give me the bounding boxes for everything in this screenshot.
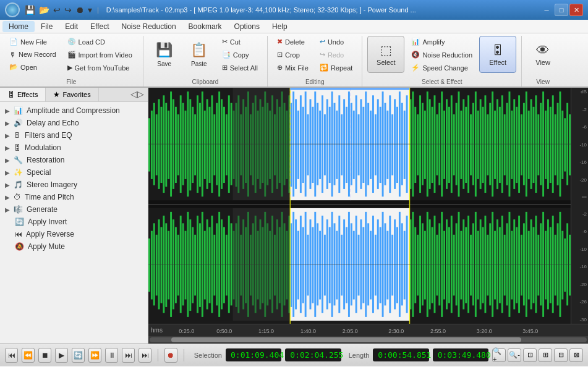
svg-rect-192 (168, 231, 169, 300)
effect-modulation[interactable]: ▶ 🎛 Modulation (0, 141, 148, 154)
record-button[interactable]: ⏺ (164, 348, 177, 363)
zoom-out-v-button[interactable]: ⊟ (554, 348, 568, 362)
zoom-in-h-button[interactable]: 🔍+ (492, 348, 506, 362)
svg-rect-75 (312, 107, 313, 183)
select-all-button[interactable]: ⊞ Select All (218, 62, 262, 74)
svg-rect-252 (312, 227, 313, 303)
menu-effect[interactable]: Effect (84, 21, 115, 32)
fast-forward-button[interactable]: ⏭ (122, 348, 135, 363)
svg-rect-161 (521, 114, 522, 175)
qat-open[interactable]: 📂 (38, 4, 51, 16)
svg-rect-143 (477, 111, 479, 179)
qat-undo[interactable]: ↩ (52, 4, 62, 16)
speed-change-button[interactable]: ⚡ Speed Change (407, 62, 477, 74)
minimize-button[interactable]: ─ (540, 4, 553, 16)
effect-stereo[interactable]: ▶ 🎵 Stereo Imagery (0, 179, 148, 191)
effect-apply-invert[interactable]: 🔄 Apply Invert (0, 216, 148, 228)
qat-redo[interactable]: ↪ (63, 4, 73, 16)
menu-bookmark[interactable]: Bookmark (182, 21, 228, 32)
effect-filters[interactable]: ▶ 🎚 Filters and EQ (0, 129, 148, 141)
cut-button[interactable]: ✂ Cut (218, 36, 262, 48)
svg-rect-108 (391, 114, 393, 175)
forward-button[interactable]: ⏩ (88, 348, 101, 363)
copy-button[interactable]: 📑 Copy (218, 49, 262, 61)
undo-button[interactable]: ↩ Undo (315, 36, 357, 48)
waveform-area[interactable]: dB -2 -6 -10 -16 -20 ━━ -2 -6 -10 -16 -2… (148, 88, 588, 344)
time-mark-140: 1:40.0 (300, 328, 316, 334)
svg-rect-343 (533, 227, 535, 303)
redo-button[interactable]: ↪ Redo (315, 49, 357, 61)
timeline-hms-label: hms (151, 327, 163, 334)
menu-file[interactable]: File (35, 21, 59, 32)
open-button[interactable]: 📂 Open (5, 61, 61, 73)
time-mark-025: 0:25.0 (179, 328, 194, 334)
horizontal-scrollbar[interactable] (148, 336, 588, 344)
save-button[interactable]: 💾 Save (148, 36, 181, 73)
new-file-button[interactable]: 📄 New File (5, 36, 61, 48)
loop-button[interactable]: 🔄 (72, 348, 85, 363)
svg-rect-25 (192, 107, 194, 183)
menu-edit[interactable]: Edit (59, 21, 84, 32)
effect-button[interactable]: 🎛 Effect (479, 36, 516, 73)
effect-apply-reverse[interactable]: ⏮ Apply Reverse (0, 228, 148, 240)
modulation-icon: 🎛 (14, 143, 21, 152)
tab-effects[interactable]: 🎛 Effects (0, 88, 46, 101)
effect-special[interactable]: ▶ ✨ Special (0, 166, 148, 179)
svg-rect-26 (194, 114, 196, 175)
effect-time-pitch[interactable]: ▶ ⏱ Time and Pitch (0, 191, 148, 203)
pause-button[interactable]: ⏸ (105, 348, 118, 363)
tab-favorites[interactable]: ★ Favorites (46, 88, 98, 101)
effect-restoration[interactable]: ▶ 🔧 Restoration (0, 154, 148, 166)
view-button[interactable]: 👁 View (527, 36, 559, 73)
menu-options[interactable]: Options (228, 21, 266, 32)
goto-start-button[interactable]: ⏮ (5, 348, 18, 363)
zoom-out-h-button[interactable]: 🔍- (508, 348, 521, 362)
scrollbar-track[interactable] (150, 337, 587, 342)
goto-end-button[interactable]: ⏭ (138, 348, 151, 363)
svg-rect-7 (148, 118, 150, 171)
qat-save[interactable]: 💾 (23, 4, 36, 16)
waveform-canvas-container[interactable] (148, 88, 571, 324)
select-button[interactable]: ⬚ Select (367, 36, 404, 73)
zoom-selection-button[interactable]: ⊠ (569, 348, 583, 362)
svg-rect-229 (257, 231, 259, 300)
effect-amplitude[interactable]: ▶ 📊 Amplitude and Compression (0, 104, 148, 117)
close-button[interactable]: ✕ (569, 4, 583, 16)
editing-col-left: ✖ Delete ⊡ Crop ⊕ Mix File (273, 36, 313, 74)
menu-home[interactable]: Home (2, 21, 35, 32)
svg-rect-166 (533, 107, 535, 183)
noise-reduction-button[interactable]: 🔇 Noise Reduction (407, 49, 477, 61)
scrollbar-thumb[interactable] (171, 337, 521, 342)
new-record-button[interactable]: 🎙 New Record (5, 49, 61, 60)
time-mark-255: 2:55.0 (430, 328, 446, 334)
zoom-fit-button[interactable]: ⊡ (523, 348, 537, 362)
stop-button[interactable]: ⏹ (38, 348, 51, 363)
play-button[interactable]: ▶ (55, 348, 68, 363)
selection-label: Selection (194, 352, 222, 359)
menu-noise-reduction[interactable]: Noise Reduction (116, 21, 182, 32)
effect-delay[interactable]: ▶ 🔊 Delay and Echo (0, 117, 148, 129)
repeat-button[interactable]: 🔁 Repeat (315, 62, 357, 74)
paste-button[interactable]: 📋 Paste (183, 36, 215, 73)
effect-generate[interactable]: ▶ 🎼 Generate (0, 203, 148, 216)
maximize-button[interactable]: □ (555, 4, 568, 16)
editing-group-label: Editing (268, 78, 362, 85)
amplify-button[interactable]: 📊 Amplify (407, 36, 477, 48)
qat-dropdown[interactable]: ▾ (87, 4, 93, 16)
effects-tab-icon: 🎛 (7, 90, 15, 99)
mix-file-button[interactable]: ⊕ Mix File (273, 62, 313, 74)
qat-record[interactable]: ⏺ (74, 4, 85, 16)
import-video-button[interactable]: 🎬 Import from Video (63, 49, 137, 61)
crop-button[interactable]: ⊡ Crop (273, 49, 313, 61)
menu-help[interactable]: Help (266, 21, 294, 32)
load-cd-button[interactable]: 💿 Load CD (63, 36, 137, 48)
rewind-button[interactable]: ⏪ (22, 348, 35, 363)
panel-nav-button[interactable]: ◁▷ (127, 88, 148, 101)
effect-apply-mute[interactable]: 🔕 Apply Mute (0, 240, 148, 253)
delete-button[interactable]: ✖ Delete (273, 36, 313, 48)
modulation-arrow: ▶ (5, 145, 10, 151)
db-mark-10: -10 (573, 142, 587, 148)
effect-label: Effect (489, 59, 506, 66)
get-youtube-button[interactable]: ▶ Get from YouTube (63, 62, 137, 74)
zoom-in-v-button[interactable]: ⊞ (539, 348, 552, 362)
